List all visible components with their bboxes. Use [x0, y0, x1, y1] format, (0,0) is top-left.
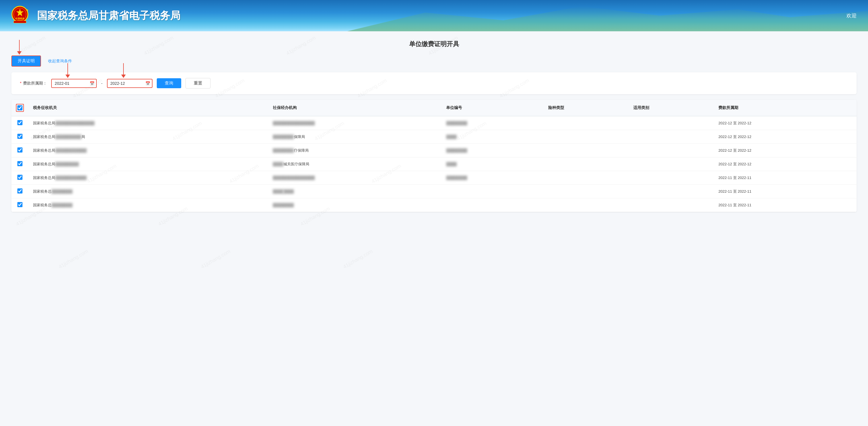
tax-office-cell: 国家税务总局████████████ [28, 171, 268, 185]
unit-code-cell: ████ [441, 130, 544, 144]
search-area: * 费款所属期： 📅 - [11, 72, 857, 94]
table-row: 国家税务总████████ ████████ 2022-11 至 2022-11 [11, 185, 857, 199]
start-date-calendar-icon: 📅 [90, 81, 94, 86]
applicable-type-cell [629, 116, 714, 130]
row-checkbox-cell [11, 116, 28, 130]
page-title: 单位缴费证明开具 [11, 40, 857, 49]
reset-button[interactable]: 重置 [185, 78, 211, 89]
applicable-type-cell [629, 199, 714, 212]
unit-code-cell: ████ [441, 157, 544, 171]
period-cell: 2022-11 至 2022-11 [714, 199, 857, 212]
app-logo: 中国税务 [8, 4, 31, 27]
col-applicable-type: 适用类别 [629, 100, 714, 116]
row-checkbox[interactable] [18, 147, 23, 153]
results-table-container: 税务征收机关 社保经办机构 单位编号 险种类型 适用类别 费款所属期 国家税务总… [11, 100, 857, 212]
header-row: 税务征收机关 社保经办机构 单位编号 险种类型 适用类别 费款所属期 [11, 100, 857, 116]
end-date-calendar-icon: 📅 [145, 81, 150, 86]
table-row: 国家税务总████████ ████████ 2022-11 至 2022-11 [11, 199, 857, 212]
svg-text:中国税务: 中国税务 [16, 17, 25, 20]
row-checkbox[interactable] [18, 161, 23, 166]
social-security-cell: ████城关医疗保障局 [268, 157, 441, 171]
unit-code-cell: ████████ [441, 116, 544, 130]
social-security-cell: ████████ [268, 199, 441, 212]
table-row: 国家税务总局████████████ ████████疗保障局 ████████… [11, 144, 857, 157]
tax-office-cell: 国家税务总局████████████ [28, 144, 268, 157]
tax-office-cell: 国家税务总████████ [28, 185, 268, 199]
applicable-type-cell [629, 157, 714, 171]
welcome-text: 欢迎 [846, 12, 857, 19]
social-security-cell: ████████ [268, 185, 441, 199]
col-social-security: 社保经办机构 [268, 100, 441, 116]
row-checkbox[interactable] [18, 120, 23, 125]
results-table: 税务征收机关 社保经办机构 单位编号 险种类型 适用类别 费款所属期 国家税务总… [11, 100, 857, 212]
period-cell: 2022-11 至 2022-11 [714, 171, 857, 185]
tax-office-cell: 国家税务总局███████████████ [28, 116, 268, 130]
open-certificate-button[interactable]: 开具证明 [11, 56, 41, 67]
social-security-cell: ████████████████ [268, 171, 441, 185]
main-content: 单位缴费证明开具 开具证明 收起查询条件 * 费款所属期： [0, 31, 868, 426]
period-label: * 费款所属期： [20, 81, 47, 86]
col-tax-office: 税务征收机关 [28, 100, 268, 116]
unit-code-cell: ████████ [441, 171, 544, 185]
required-indicator: * [20, 81, 21, 85]
date-separator: - [101, 81, 102, 86]
arrow-to-button [17, 40, 22, 55]
tax-office-cell: 国家税务总局█████████ [28, 157, 268, 171]
col-period: 费款所属期 [714, 100, 857, 116]
table-row: 国家税务总局███████████████ ████████████████ █… [11, 116, 857, 130]
row-checkbox-cell [11, 130, 28, 144]
site-title: 国家税务总局甘肃省电子税务局 [37, 9, 180, 23]
applicable-type-cell [629, 171, 714, 185]
table-row: 国家税务总局██████████局 ████████保障局 ████ 2022-… [11, 130, 857, 144]
row-checkbox-cell [11, 144, 28, 157]
row-checkbox[interactable] [18, 134, 23, 139]
applicable-type-cell [629, 144, 714, 157]
arrow-to-start-date [65, 63, 70, 78]
risk-type-cell [544, 185, 629, 199]
app-header: 中国税务 国家税务总局甘肃省电子税务局 欢迎 [0, 0, 868, 31]
table-header: 税务征收机关 社保经办机构 单位编号 险种类型 适用类别 费款所属期 [11, 100, 857, 116]
arrow-to-checkbox [11, 100, 12, 103]
table-body: 国家税务总局███████████████ ████████████████ █… [11, 116, 857, 212]
action-bar: 开具证明 收起查询条件 [11, 56, 857, 67]
row-checkbox-cell [11, 199, 28, 212]
period-cell: 2022-11 至 2022-11 [714, 185, 857, 199]
select-all-checkbox-wrapper[interactable] [16, 104, 24, 112]
arrow-to-end-date [121, 63, 126, 78]
row-checkbox-cell [11, 185, 28, 199]
risk-type-cell [544, 144, 629, 157]
start-date-wrapper: 📅 [51, 79, 97, 88]
social-security-cell: ████████疗保障局 [268, 144, 441, 157]
applicable-type-cell [629, 130, 714, 144]
unit-code-cell [441, 185, 544, 199]
table-row: 国家税务总局████████████ ████████████████ ████… [11, 171, 857, 185]
row-checkbox[interactable] [18, 175, 23, 180]
tax-office-cell: 国家税务总局██████████局 [28, 130, 268, 144]
row-checkbox[interactable] [18, 188, 23, 193]
collapse-search-button[interactable]: 收起查询条件 [44, 56, 76, 66]
risk-type-cell [544, 116, 629, 130]
social-security-cell: ████████████████ [268, 116, 441, 130]
row-checkbox-cell [11, 157, 28, 171]
risk-type-cell [544, 171, 629, 185]
row-checkbox-cell [11, 171, 28, 185]
risk-type-cell [544, 199, 629, 212]
select-all-checkbox[interactable] [18, 105, 23, 111]
end-date-wrapper: 📅 [107, 79, 153, 88]
query-button[interactable]: 查询 [157, 78, 181, 88]
table-row: 国家税务总局█████████ ████城关医疗保障局 ████ 2022-12… [11, 157, 857, 171]
unit-code-cell: ████████ [441, 144, 544, 157]
search-row: * 费款所属期： 📅 - [20, 78, 848, 89]
tax-office-cell: 国家税务总████████ [28, 199, 268, 212]
svg-rect-4 [14, 21, 26, 23]
period-cell: 2022-12 至 2022-12 [714, 144, 857, 157]
risk-type-cell [544, 130, 629, 144]
period-cell: 2022-12 至 2022-12 [714, 116, 857, 130]
period-cell: 2022-12 至 2022-12 [714, 157, 857, 171]
risk-type-cell [544, 157, 629, 171]
col-risk-type: 险种类型 [544, 100, 629, 116]
period-cell: 2022-12 至 2022-12 [714, 130, 857, 144]
social-security-cell: ████████保障局 [268, 130, 441, 144]
row-checkbox[interactable] [18, 202, 23, 207]
unit-code-cell [441, 199, 544, 212]
